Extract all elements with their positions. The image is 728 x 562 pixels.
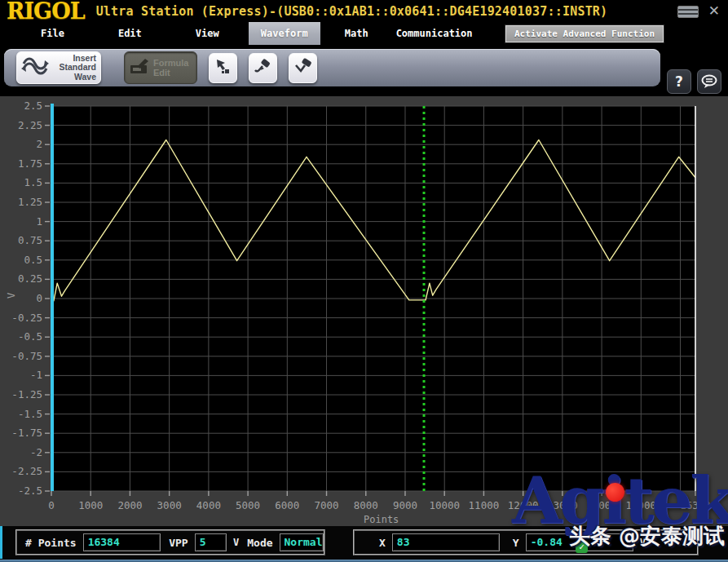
mode-label: Mode	[247, 537, 272, 549]
menu-file[interactable]: File	[31, 22, 74, 45]
y-tick-label: 1.5	[24, 176, 42, 188]
x-tick-label: 0	[48, 499, 55, 511]
cursor-x-input[interactable]: 83	[392, 533, 500, 551]
line-draw-icon	[293, 57, 313, 78]
help-button-group: ?	[667, 69, 721, 94]
pointer-select-button[interactable]	[209, 53, 237, 83]
x-tick-label: 3000	[157, 499, 182, 511]
insert-standard-wave-button[interactable]: Insert Standard Wave	[16, 51, 101, 84]
line-draw-button[interactable]	[289, 53, 317, 83]
y-tick-label: -1	[30, 369, 42, 381]
x-tick-label: 11000	[469, 499, 500, 511]
y-axis-title: V	[6, 293, 17, 299]
standard-wave-icon	[21, 55, 49, 80]
menu-communication[interactable]: Communication	[386, 22, 483, 45]
waveform-chart-region: 2.52.2521.751.51.2510.750.50.250-0.25-0.…	[0, 96, 728, 526]
x-tick-label: 7000	[314, 499, 338, 511]
waveform-chart[interactable]: 2.52.2521.751.51.2510.750.50.250-0.25-0.…	[0, 96, 728, 526]
x-tick-label: 2000	[117, 499, 142, 511]
y-tick-label: 2.5	[24, 100, 42, 112]
y-tick-label: -1.25	[11, 388, 42, 400]
help-icon[interactable]: ?	[667, 69, 691, 94]
title-bar: RIGOL Ultra Station (Express)-(USB0::0x1…	[0, 0, 728, 22]
tab-waveform-active[interactable]: Waveform	[249, 22, 320, 45]
close-button[interactable]: ✕	[708, 4, 720, 18]
y-tick-label: 2.25	[18, 119, 42, 131]
pointer-select-icon	[214, 57, 232, 78]
waveform-params-group: # Points 16384 VPP 5 V Mode Normal	[15, 529, 325, 555]
y-tick-label: 0.25	[18, 272, 42, 285]
toolbar-zone: Insert Standard Wave Formula Edit	[0, 45, 728, 96]
mode-select[interactable]: Normal	[280, 533, 324, 551]
y-tick-label: 1	[36, 215, 42, 228]
y-tick-label: 1.75	[18, 157, 42, 170]
y-tick-label: -0.5	[18, 330, 42, 343]
formula-edit-button[interactable]: Formula Edit	[124, 51, 197, 84]
y-tick-label: -1.5	[18, 408, 42, 420]
x-tick-label: 9000	[393, 499, 417, 511]
y-tick-label: -2.25	[11, 465, 42, 477]
window-title: Ultra Station (Express)-(USB0::0x1AB1::0…	[96, 4, 608, 19]
y-tick-label: 1.25	[18, 196, 42, 208]
minimize-button[interactable]	[677, 6, 699, 18]
y-tick-label: -1.75	[11, 427, 42, 439]
y-tick-label: -0.25	[11, 312, 42, 324]
y-tick-label: -2.5	[18, 485, 42, 497]
points-input[interactable]: 16384	[83, 533, 161, 551]
freehand-draw-icon	[254, 57, 273, 78]
menu-edit[interactable]: Edit	[108, 22, 152, 45]
window-edge-highlight	[0, 526, 2, 559]
watermark-red-dot	[606, 483, 624, 502]
toolbar: Insert Standard Wave Formula Edit	[4, 49, 660, 86]
activate-advanced-function-button[interactable]: Activate Advanced Function	[505, 25, 664, 42]
y-tick-label: 0	[36, 292, 42, 304]
y-tick-label: 0.5	[24, 254, 42, 266]
cursor-x-label: X	[379, 537, 386, 549]
vpp-label: VPP	[169, 537, 188, 549]
menu-view[interactable]: View	[186, 22, 229, 45]
points-label: # Points	[25, 537, 77, 549]
x-tick-label: 10000	[429, 499, 460, 511]
x-tick-label: 6000	[275, 499, 299, 511]
x-tick-label: 1000	[78, 499, 103, 511]
y-tick-label: -2	[30, 446, 42, 458]
vpp-input[interactable]: 5	[195, 533, 227, 551]
window-controls: ✕	[677, 4, 720, 18]
freehand-draw-button[interactable]	[249, 53, 277, 83]
x-tick-label: 4000	[196, 499, 221, 511]
rigol-logo: RIGOL	[7, 2, 85, 20]
x-tick-label: 8000	[354, 499, 378, 511]
formula-edit-icon	[129, 57, 150, 78]
menu-bar: File Edit View Waveform Math Communicati…	[0, 22, 728, 45]
menu-math[interactable]: Math	[335, 22, 378, 45]
watermark-caption: 头条 @安泰测试	[569, 522, 725, 551]
feedback-bubble-icon[interactable]	[697, 69, 721, 94]
x-tick-label: 5000	[236, 499, 260, 511]
insert-standard-wave-label: Insert Standard Wave	[51, 54, 96, 82]
y-tick-label: -0.75	[11, 350, 42, 362]
x-axis-title: Points	[364, 514, 399, 525]
y-tick-label: 0.75	[18, 234, 42, 246]
y-tick-label: 2	[36, 138, 42, 150]
formula-edit-label: Formula Edit	[153, 58, 192, 77]
vpp-unit-label: V	[233, 537, 239, 548]
